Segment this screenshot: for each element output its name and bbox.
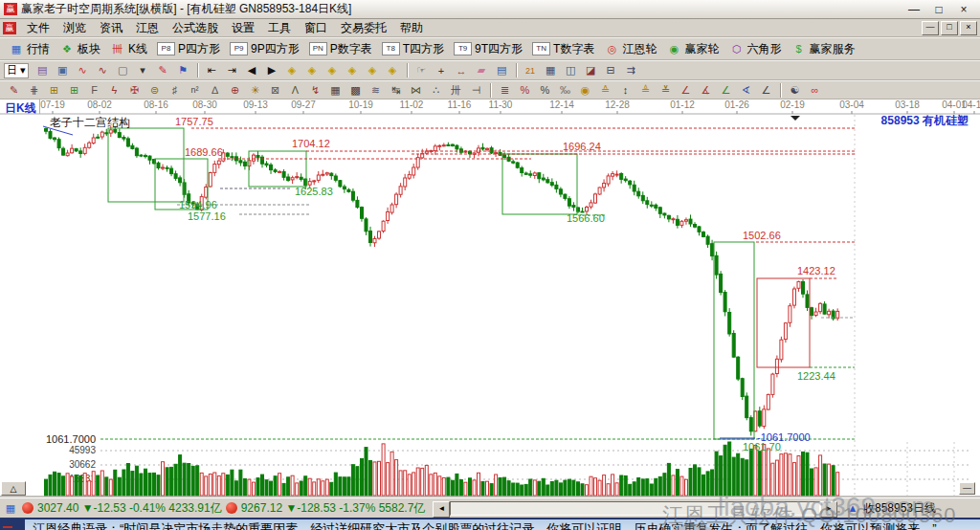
diamond-tool-2-icon[interactable]: ◈ [303, 63, 322, 78]
gann-pen-icon[interactable]: ✎ [5, 82, 23, 98]
horizontal-scrollbar[interactable]: ◄ ► [433, 501, 837, 516]
gold-circle-icon[interactable]: ◉ [576, 82, 594, 98]
diamond-tool-4-icon[interactable]: ◈ [344, 63, 362, 78]
gold-tri-icon[interactable]: ≜ [636, 82, 655, 98]
pan-hand-icon[interactable]: ☞ [412, 63, 431, 78]
diamond-tool-6-icon[interactable]: ◈ [384, 63, 402, 78]
toolbar-9t-square-button[interactable]: T99T四方形 [449, 40, 527, 58]
hatch-icon[interactable]: ♯ [166, 82, 184, 98]
toolbar-hexagon-button[interactable]: ⬡六角形 [724, 40, 786, 58]
jump-last-icon[interactable]: ⇥ [223, 63, 241, 78]
toolbar-gann-wheel-button[interactable]: ◎江恩轮 [599, 40, 661, 58]
spiral-icon[interactable]: ϟ [105, 82, 123, 98]
close-button[interactable]: × [951, 3, 976, 16]
toolbar-9p-square-button[interactable]: P99P四方形 [225, 40, 304, 58]
angle-blue-icon[interactable]: ∢ [737, 82, 755, 98]
diamond-tool-1-icon[interactable]: ◈ [283, 63, 301, 78]
chart-canvas[interactable]: 07-1908-0208-1608-3009-1309-2710-1911-02… [0, 99, 980, 497]
menu-item-10[interactable]: 帮助 [393, 19, 430, 37]
step-forward-icon[interactable]: ▶ [263, 63, 281, 78]
target-icon[interactable]: ⊕ [226, 82, 244, 98]
diamond-tool-5-icon[interactable]: ◈ [364, 63, 382, 78]
grid-dense-icon[interactable]: ▦ [326, 82, 345, 98]
jump-first-icon[interactable]: ⇤ [203, 63, 221, 78]
gold-tri-2-icon[interactable]: ≚ [657, 82, 675, 98]
mdi-close-button[interactable]: × [960, 21, 977, 35]
grid-view-icon[interactable]: ▦ [3, 502, 18, 515]
angle-dark-icon[interactable]: ∠ [757, 82, 775, 98]
pct-strike-icon[interactable]: % [516, 82, 534, 98]
comb-icon[interactable]: ⋕ [25, 82, 43, 98]
waves-icon[interactable]: ≋ [367, 82, 385, 98]
export-icon[interactable]: ⇉ [622, 63, 640, 78]
ratio-icon[interactable]: ≣ [496, 82, 514, 98]
toolbar-t-square-button[interactable]: T8T四方形 [377, 40, 449, 58]
fence-icon[interactable]: 卅 [447, 82, 465, 98]
square-grid-icon[interactable]: ⊞ [45, 82, 63, 98]
mdi-restore-button[interactable]: □ [941, 21, 958, 35]
printer-icon[interactable]: ⊟ [602, 63, 620, 78]
calendar-icon[interactable]: 21 [522, 63, 540, 78]
ink-drop-icon[interactable]: ↕ [616, 82, 635, 98]
zigzag-up-icon[interactable]: ∿ [74, 63, 92, 78]
fib-f-icon[interactable]: F [85, 82, 103, 98]
zigzag-down-icon[interactable]: ∿ [94, 63, 112, 78]
infinity-icon[interactable]: ∞ [806, 82, 824, 98]
boxed-x-icon[interactable]: ⊠ [266, 82, 284, 98]
capsule-tool-icon[interactable]: ▢ [114, 63, 132, 78]
toolbar-p-square-button[interactable]: P8P四方形 [152, 40, 225, 58]
step-back-icon[interactable]: ◀ [243, 63, 261, 78]
dropdown-icon[interactable]: ▾ [134, 63, 152, 78]
therefore-icon[interactable]: ∴ [427, 82, 445, 98]
save-image-icon[interactable]: ◪ [582, 63, 600, 78]
angle-f-icon[interactable]: ∡ [697, 82, 715, 98]
crosshair-icon[interactable]: + [433, 63, 451, 78]
grid-dark-icon[interactable]: ▩ [346, 82, 365, 98]
menu-item-9[interactable]: 交易委托 [334, 19, 393, 37]
toolbar-t-number-table-button[interactable]: TNT数字表 [527, 40, 599, 58]
menu-item-7[interactable]: 工具 [261, 19, 298, 37]
period-selector[interactable]: 日 ▾ [4, 63, 29, 78]
menu-item-8[interactable]: 窗口 [298, 19, 334, 37]
measure-h-icon[interactable]: ⊣ [467, 82, 485, 98]
pct-lines-icon[interactable]: ‰ [556, 82, 574, 98]
save-data-icon[interactable]: ◫ [562, 63, 580, 78]
menu-item-5[interactable]: 公式选股 [166, 19, 225, 37]
square-grid-2-icon[interactable]: ⊞ [65, 82, 83, 98]
scroll-right-arrow[interactable]: ► [820, 501, 837, 518]
angle-a-icon[interactable]: ∆ [206, 82, 224, 98]
menu-item-6[interactable]: 设置 [225, 19, 261, 37]
pct-icon[interactable]: % [536, 82, 554, 98]
gold-lines-icon[interactable]: ≙ [596, 82, 614, 98]
splitter-button[interactable]: — [959, 482, 975, 495]
maximize-button[interactable]: □ [926, 3, 951, 16]
burst-icon[interactable]: ✳ [246, 82, 264, 98]
marker-pen-icon[interactable]: ✎ [154, 63, 172, 78]
toolbar-winner-wheel-button[interactable]: ◉赢家轮 [661, 40, 724, 58]
toolbar-kline-button[interactable]: 卌K线 [105, 40, 152, 58]
flag-tool-icon[interactable]: ⚑ [174, 63, 192, 78]
scroll-left-arrow[interactable]: ◄ [433, 501, 450, 518]
angle-red-icon[interactable]: ∠ [677, 82, 695, 98]
menu-item-1[interactable]: 文件 [20, 19, 56, 37]
mdi-minimize-button[interactable]: — [922, 21, 939, 35]
toolbar-quotes-button[interactable]: ▦行情 [4, 40, 55, 58]
menu-item-4[interactable]: 江恩 [129, 19, 166, 37]
collapse-panel-button[interactable]: △ [1, 481, 26, 496]
kline-window-icon[interactable]: ▤ [33, 63, 52, 78]
minimize-button[interactable]: — [902, 3, 926, 16]
circle-cycle-icon[interactable]: ⊜ [145, 82, 164, 98]
menu-item-3[interactable]: 资讯 [93, 19, 129, 37]
layers-icon[interactable]: ▤ [493, 63, 511, 78]
toolbar-winner-service-button[interactable]: $赢家服务 [786, 40, 859, 58]
panel-layout-icon[interactable]: ▣ [54, 63, 72, 78]
bowtie-icon[interactable]: ⋈ [407, 82, 425, 98]
stamp-icon[interactable]: ✠ [125, 82, 144, 98]
peak-icon[interactable]: Λ [286, 82, 304, 98]
calculator-icon[interactable]: ▦ [542, 63, 560, 78]
measure-icon[interactable]: ↔ [453, 63, 471, 78]
diamond-tool-3-icon[interactable]: ◈ [323, 63, 342, 78]
toolbar-p-number-table-button[interactable]: PNP数字表 [304, 40, 377, 58]
menu-item-2[interactable]: 浏览 [56, 19, 93, 37]
scroll-track[interactable] [450, 501, 820, 516]
